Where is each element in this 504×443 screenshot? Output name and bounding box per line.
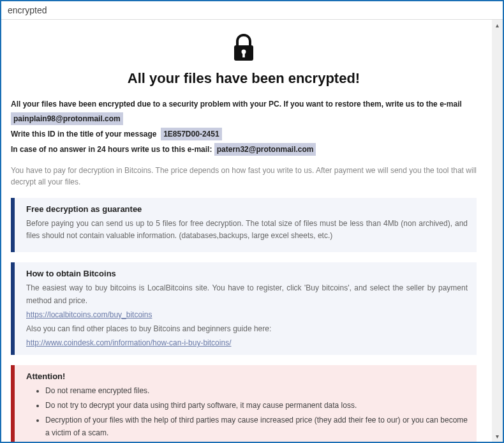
intro-block: All your files have been encrypted due t… <box>11 98 477 156</box>
box-btc-title: How to obtain Bitcoins <box>26 269 468 278</box>
box-btc-text2: Also you can find other places to buy Bi… <box>26 323 468 335</box>
list-item: Do not try to decrypt your data using th… <box>45 400 468 412</box>
box-free-text: Before paying you can send us up to 5 fi… <box>26 218 468 242</box>
link-coindesk[interactable]: http://www.coindesk.com/information/how-… <box>26 338 231 347</box>
link-localbitcoins[interactable]: https://localbitcoins.com/buy_bitcoins <box>26 310 152 319</box>
app-window: encrypted All your files have been encry… <box>0 0 504 443</box>
victim-id: 1E857D00-2451 <box>161 128 221 140</box>
svg-rect-2 <box>242 52 245 57</box>
intro-line-3-text: In case of no answer in 24 hours write u… <box>11 145 212 154</box>
window-title: encrypted <box>8 5 47 15</box>
content-wrapper: All your files have been encrypted! All … <box>1 20 503 442</box>
vertical-scrollbar[interactable]: ▴ ▾ <box>492 20 503 442</box>
attention-list: Do not rename encrypted files. Do not tr… <box>26 385 468 439</box>
scroll-up-icon[interactable]: ▴ <box>492 20 503 31</box>
scroll-down-icon[interactable]: ▾ <box>492 431 503 442</box>
intro-line-3: In case of no answer in 24 hours write u… <box>11 143 477 156</box>
email-secondary: patern32@protonmail.com <box>214 143 316 156</box>
intro-line-1: All your files have been encrypted due t… <box>11 98 477 110</box>
box-free-decryption: Free decryption as guarantee Before payi… <box>11 198 477 252</box>
intro-email-1-row: painplain98@protonmail.com <box>11 112 477 125</box>
list-item: Decryption of your files with the help o… <box>45 414 468 439</box>
lock-icon-wrap <box>11 33 477 64</box>
email-primary: painplain98@protonmail.com <box>11 112 123 125</box>
intro-line-2: Write this ID in the title of your messa… <box>11 128 477 140</box>
payment-note: You have to pay for decryption in Bitcoi… <box>11 165 477 188</box>
lock-icon <box>231 33 256 64</box>
window-titlebar: encrypted <box>1 1 503 20</box>
main-content: All your files have been encrypted! All … <box>1 20 492 442</box>
box-attention: Attention! Do not rename encrypted files… <box>11 365 477 442</box>
box-bitcoins: How to obtain Bitcoins The easiest way t… <box>11 262 477 355</box>
box-free-title: Free decryption as guarantee <box>26 204 468 214</box>
intro-line-2-text: Write this ID in the title of your messa… <box>11 130 157 139</box>
list-item: Do not rename encrypted files. <box>45 385 468 397</box>
box-attn-title: Attention! <box>26 372 468 381</box>
box-btc-text1: The easiest way to buy bitcoins is Local… <box>26 282 468 306</box>
page-title: All your files have been encrypted! <box>11 70 477 87</box>
